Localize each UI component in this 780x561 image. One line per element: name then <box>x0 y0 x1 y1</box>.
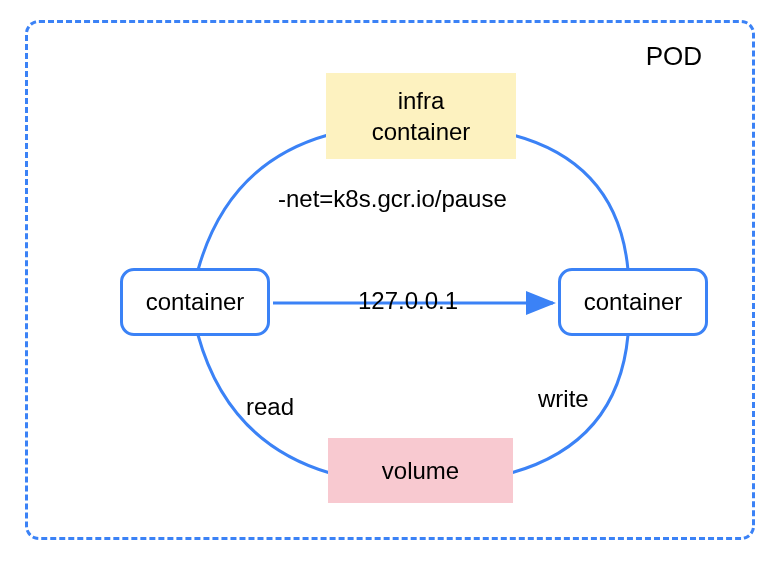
volume-box: volume <box>328 438 513 503</box>
volume-label: volume <box>382 457 459 485</box>
infra-container-label: infra container <box>372 85 471 147</box>
ip-label: 127.0.0.1 <box>358 287 458 315</box>
pod-boundary: POD infra container container container … <box>25 20 755 540</box>
net-label: -net=k8s.gcr.io/pause <box>278 185 507 213</box>
container-left-label: container <box>146 288 245 316</box>
read-label: read <box>246 393 294 421</box>
write-label: write <box>538 385 589 413</box>
container-left-box: container <box>120 268 270 336</box>
container-right-box: container <box>558 268 708 336</box>
pod-label: POD <box>646 41 702 72</box>
infra-container-box: infra container <box>326 73 516 159</box>
curve-right-top <box>513 135 628 270</box>
container-right-label: container <box>584 288 683 316</box>
